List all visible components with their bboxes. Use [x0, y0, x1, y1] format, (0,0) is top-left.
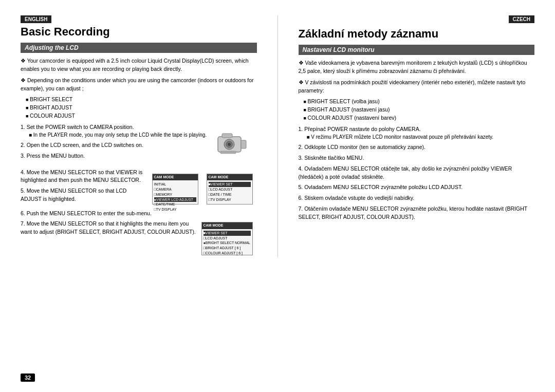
- right-step-4: 4. Ovladačem MENU SELECTOR otáčejte tak,…: [299, 165, 535, 181]
- right-step-1: 1. Přepínač POWER nastavte do polohy CAM…: [299, 125, 535, 141]
- step-1: 1. Set the POWER switch to CAMERA positi…: [21, 123, 208, 139]
- right-step-4-content: Ovladačem MENU SELECTOR otáčejte tak, ab…: [299, 165, 512, 180]
- right-content: Vaše videokamera je vybavena barevným mo…: [299, 59, 535, 221]
- step4-block: 4. Move the MENU SELECTOR so that VIEWER…: [21, 169, 257, 210]
- left-bullet-list: BRIGHT SELECT BRIGHT ADJUST COLOUR ADJUS…: [26, 96, 257, 120]
- column-divider: [278, 15, 278, 257]
- bullet-bright-select: BRIGHT SELECT: [26, 96, 257, 104]
- right-step-6-content: Stiskem ovladače vstupte do vedlejší nab…: [304, 195, 414, 201]
- step7-text: 7. Move the MENU SELECTOR so that it hig…: [21, 220, 197, 239]
- right-step-7-num: 7.: [299, 206, 305, 212]
- right-step-3-content: Stiskněte tlačítko MENU.: [304, 155, 364, 161]
- right-bullet-1: BRIGHT SELECT (volba jasu): [304, 98, 535, 106]
- step1-block: 1. Set the POWER switch to CAMERA positi…: [21, 123, 257, 169]
- right-step-7: 7. Otáčením ovladače MENU SELECTOR zvýra…: [299, 205, 535, 221]
- right-step-4-num: 4.: [299, 165, 305, 172]
- page: ENGLISH Basic Recording Adjusting the LC…: [0, 0, 555, 392]
- step-2: 2. Open the LCD screen, and the LCD swit…: [21, 141, 208, 150]
- right-step-6-num: 6.: [299, 195, 305, 201]
- right-step-3: 3. Stiskněte tlačítko MENU.: [299, 154, 535, 162]
- left-section-title: Basic Recording: [21, 25, 257, 39]
- right-section-title: Základní metody záznamu: [299, 27, 535, 41]
- right-column: CZECH Základní metody záznamu Nastavení …: [299, 15, 535, 257]
- screen-1-content: INITIAL □CAMERA □MEMORY ●VIEWER LCD ADJU…: [153, 180, 198, 214]
- step-6: 6. Push the MENU SELECTOR to enter the s…: [21, 210, 257, 218]
- step-7: 7. Move the MENU SELECTOR so that it hig…: [21, 220, 197, 236]
- right-step-1-sub: ■ V režimu PLAYER můžete LCD monitor nas…: [307, 133, 535, 141]
- right-sub-header: Nastavení LCD monitoru: [299, 45, 535, 55]
- left-intro-1: Your camcorder is equipped with a 2.5 in…: [21, 57, 257, 73]
- step-7-content: Move the MENU SELECTOR so that it highli…: [21, 220, 196, 235]
- screen-1-header: CAM MODE: [153, 174, 198, 181]
- english-badge: ENGLISH: [21, 15, 51, 23]
- right-step-1-content: Přepínač POWER nastavte do polohy CAMERA…: [304, 126, 420, 132]
- svg-rect-6: [220, 151, 236, 154]
- step-5-num: 5.: [21, 188, 27, 194]
- svg-point-3: [228, 143, 231, 146]
- right-step-7-content: Otáčením ovladače MENU SELECTOR zvýrazně…: [299, 206, 527, 220]
- screen-2-content: ■VIEWER SET □LCD ADJUST □DATE / TIME □TV…: [207, 180, 252, 203]
- svg-rect-5: [222, 134, 232, 138]
- right-bullet-list: BRIGHT SELECT (volba jasu) BRIGHT ADJUST…: [304, 98, 535, 122]
- step-6-num: 6.: [21, 210, 27, 216]
- step-3-num: 3.: [21, 153, 27, 159]
- step-1-content: Set the POWER switch to CAMERA position.: [27, 124, 134, 130]
- screen-3: CAM MODE ■VIEWER SET □LCD ADJUST ●BRIGHT…: [201, 222, 253, 255]
- step-4-content: Move the MENU SELECTOR so that VIEWER is…: [21, 169, 142, 183]
- page-number: 32: [21, 374, 35, 382]
- bullet-bright-adjust: BRIGHT ADJUST: [26, 104, 257, 112]
- right-bullet-3: COLOUR ADJUST (nastavení barev): [304, 114, 535, 122]
- two-column-layout: ENGLISH Basic Recording Adjusting the LC…: [21, 15, 534, 257]
- screen-3-content: ■VIEWER SET □LCD ADJUST ●BRIGHT SELECT N…: [202, 229, 252, 257]
- left-sub-header: Adjusting the LCD: [21, 43, 257, 53]
- czech-badge: CZECH: [509, 15, 534, 23]
- right-step-6: 6. Stiskem ovladače vstupte do vedlejší …: [299, 194, 535, 202]
- camcorder-image: [212, 125, 253, 166]
- step-1-sub: ■ In the PLAYER mode, you may only setup…: [29, 131, 208, 139]
- screens-row-1: CAM MODE INITIAL □CAMERA □MEMORY ●VIEWER…: [152, 172, 257, 207]
- right-step-2-content: Odklopte LCD monitor (ten se automaticky…: [304, 144, 425, 150]
- step-2-num: 2.: [21, 142, 27, 148]
- screen-2: CAM MODE ■VIEWER SET □LCD ADJUST □DATE /…: [207, 174, 253, 204]
- bullet-colour-adjust: COLOUR ADJUST: [26, 112, 257, 120]
- svg-rect-4: [241, 140, 246, 148]
- step-5: 5. Move the MENU SELECTOR so that LCD AD…: [21, 187, 148, 203]
- step-1-num: 1.: [21, 124, 27, 130]
- right-bullet-2: BRIGHT ADJUST (nastavení jasu): [304, 106, 535, 114]
- step-5-content: Move the MENU SELECTOR so that LCD ADJUS…: [21, 188, 126, 202]
- step-4-num: 4.: [21, 169, 27, 175]
- right-step-2-num: 2.: [299, 144, 305, 150]
- camcorder-svg: [213, 126, 251, 165]
- step-6-content: Push the MENU SELECTOR to enter the sub-…: [27, 210, 152, 216]
- right-step-5-num: 5.: [299, 184, 305, 190]
- left-column: ENGLISH Basic Recording Adjusting the LC…: [21, 15, 257, 257]
- right-step-5: 5. Ovladačem MENU SELECTOR zvýrazněte po…: [299, 183, 535, 192]
- step-3-content: Press the MENU button.: [27, 153, 85, 159]
- right-step-5-content: Ovladačem MENU SELECTOR zvýrazněte polož…: [304, 184, 462, 190]
- right-step-3-num: 3.: [299, 155, 305, 161]
- right-step-1-num: 1.: [299, 126, 305, 132]
- screen-3-header: CAM MODE: [202, 222, 252, 229]
- step-4: 4. Move the MENU SELECTOR so that VIEWER…: [21, 169, 148, 185]
- right-step-2: 2. Odklopte LCD monitor (ten se automati…: [299, 143, 535, 152]
- step-3: 3. Press the MENU button.: [21, 152, 208, 160]
- right-intro-2: V závislosti na podmínkách použití video…: [299, 79, 535, 95]
- step-2-content: Open the LCD screen, and the LCD switche…: [27, 142, 143, 148]
- screen-2-header: CAM MODE: [207, 174, 252, 181]
- step7-block: 7. Move the MENU SELECTOR so that it hig…: [21, 220, 257, 257]
- step1-text: 1. Set the POWER switch to CAMERA positi…: [21, 123, 208, 163]
- czech-badge-row: CZECH: [299, 15, 535, 25]
- left-content: Your camcorder is equipped with a 2.5 in…: [21, 57, 257, 257]
- screen-1: CAM MODE INITIAL □CAMERA □MEMORY ●VIEWER…: [152, 174, 198, 204]
- step-7-num: 7.: [21, 220, 27, 227]
- right-intro-1: Vaše videokamera je vybavena barevným mo…: [299, 59, 535, 76]
- left-intro-2: Depending on the conditions under which …: [21, 77, 257, 93]
- step4-text: 4. Move the MENU SELECTOR so that VIEWER…: [21, 169, 148, 206]
